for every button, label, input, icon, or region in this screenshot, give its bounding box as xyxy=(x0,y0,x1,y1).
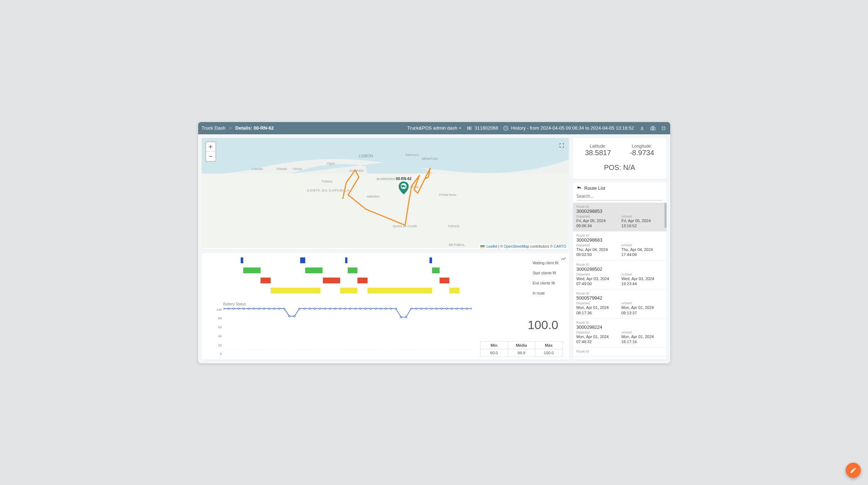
svg-text:BARREIRO: BARREIRO xyxy=(377,176,395,180)
battery-current-value: 100.0 xyxy=(528,318,558,332)
data-point xyxy=(263,308,264,309)
device-id: 311802068 xyxy=(475,125,498,131)
timeline-chart-panel: Waiting client fillStart cliente fillEnd… xyxy=(202,253,569,360)
gantt-bar xyxy=(243,268,261,273)
svg-text:Pinhal Novo: Pinhal Novo xyxy=(439,193,456,197)
route-search-input[interactable] xyxy=(577,192,663,201)
svg-text:Cascais: Cascais xyxy=(252,167,263,171)
arrived-value: Thu, Apr 04, 2024 17:44:08 xyxy=(622,247,663,257)
departed-label: Departed xyxy=(577,243,618,247)
download-icon[interactable] xyxy=(639,125,645,131)
osm-link[interactable]: OpenStreetMap xyxy=(504,244,529,248)
y-tick-label: 40 xyxy=(213,334,222,338)
data-point xyxy=(426,308,427,309)
svg-text:AMORA: AMORA xyxy=(366,194,380,198)
latitude-label: Latitude: xyxy=(585,144,611,149)
battery-chart: Battery Status 100806040200 xyxy=(223,304,472,356)
svg-rect-2 xyxy=(469,126,470,130)
data-point xyxy=(319,308,320,309)
route-id-label: Route ID xyxy=(577,205,663,208)
clock-icon xyxy=(503,125,509,131)
departed-label: Departed xyxy=(577,215,618,218)
route-item[interactable]: Route ID3000298502DepartedWed, Apr 03, 2… xyxy=(573,261,667,290)
legend-item: In route xyxy=(533,288,558,298)
data-point xyxy=(365,308,366,309)
route-item[interactable]: Route ID5000579942DepartedMon, Apr 01, 2… xyxy=(573,289,667,319)
svg-rect-0 xyxy=(467,126,468,130)
data-point xyxy=(334,308,335,309)
route-item[interactable]: Route ID3000298853DepartedFri, Apr 05, 2… xyxy=(573,203,667,232)
longitude-block: Longitude: -8.9734 xyxy=(630,144,654,157)
route-item[interactable]: Route ID3000298224DepartedMon, Apr 01, 2… xyxy=(573,319,667,348)
stat-avg-label: Média xyxy=(508,342,535,349)
data-point xyxy=(344,308,346,309)
departed-value: Thu, Apr 04, 2024 09:02:50 xyxy=(577,247,618,257)
chevron-down-icon xyxy=(459,127,462,130)
history-label: History - from 2024-04-05 09:06:34 to 20… xyxy=(511,125,634,131)
data-point xyxy=(354,308,356,309)
left-column: Cascais Parede Oeiras Algés LISBON Samou… xyxy=(202,138,569,360)
camera-icon[interactable] xyxy=(650,125,656,131)
map-attribution: Leaflet | © OpenStreetMap contributors ©… xyxy=(479,244,567,249)
legend-item: Start cliente fill xyxy=(533,268,558,278)
svg-point-35 xyxy=(580,188,580,189)
arrived-value: Mon, Apr 01, 2024 09:13:37 xyxy=(622,305,663,315)
route-item[interactable]: Route ID3000298683DepartedThu, Apr 04, 2… xyxy=(573,232,667,261)
truck-pin-icon xyxy=(399,181,409,194)
map-canvas[interactable]: Cascais Parede Oeiras Algés LISBON Samou… xyxy=(202,138,569,248)
data-point xyxy=(446,308,447,309)
data-point xyxy=(405,316,406,318)
stat-min-label: Min xyxy=(481,342,508,349)
map-expand-button[interactable] xyxy=(558,142,566,149)
data-point xyxy=(360,308,361,309)
chart-expand-button[interactable] xyxy=(561,256,566,263)
arrived-label: Arrived xyxy=(622,215,663,218)
svg-text:MONTIJO: MONTIJO xyxy=(422,157,438,161)
app-frame: Truck Dash > Details: 00-RN-62 Truck&POS… xyxy=(198,122,670,363)
route-id-value: 5000579942 xyxy=(577,295,663,301)
stat-min-value: 80.0 xyxy=(481,349,508,357)
barcode-icon xyxy=(467,125,472,131)
zoom-out-button[interactable]: − xyxy=(206,152,215,161)
data-point xyxy=(410,308,411,309)
svg-point-30 xyxy=(402,187,403,187)
svg-text:Palmela: Palmela xyxy=(448,224,459,228)
scrollbar-thumb[interactable] xyxy=(664,203,667,228)
y-tick-label: 60 xyxy=(213,325,222,329)
gantt-bar xyxy=(340,288,357,293)
gantt-bar xyxy=(323,278,340,283)
route-list[interactable]: Route ID3000298853DepartedFri, Apr 05, 2… xyxy=(573,203,667,360)
longitude-value: -8.9734 xyxy=(630,149,654,157)
data-point xyxy=(395,308,396,309)
arrived-value: Fri, Apr 05, 2024 13:16:52 xyxy=(622,218,663,229)
battery-chart-title: Battery Status xyxy=(223,302,246,306)
route-item[interactable]: Route ID xyxy=(573,347,667,356)
dashboard-switcher[interactable]: Truck&POS admin dash xyxy=(407,125,462,131)
line-chart-icon xyxy=(561,256,566,262)
coordinates-panel: Latitude: 38.5817 Longitude: -8.9734 POS… xyxy=(573,138,667,179)
truck-marker[interactable]: 00-RN-62 xyxy=(395,177,412,196)
breadcrumb-separator: > xyxy=(229,125,232,131)
arrived-value: Wed, Apr 03, 2024 19:23:44 xyxy=(622,276,663,287)
history-range[interactable]: History - from 2024-04-05 09:06:34 to 20… xyxy=(503,125,634,131)
route-id-label: Route ID xyxy=(577,234,663,237)
carto-link[interactable]: CARTO xyxy=(554,244,566,248)
breadcrumb-root[interactable]: Truck Dash xyxy=(202,125,226,131)
data-point xyxy=(243,308,244,309)
gantt-bar xyxy=(368,288,432,293)
leaflet-link[interactable]: Leaflet xyxy=(486,244,497,248)
zoom-in-button[interactable]: + xyxy=(206,142,215,152)
route-search-wrapper xyxy=(573,192,667,203)
svg-point-31 xyxy=(404,187,405,187)
data-point xyxy=(375,308,376,309)
expand-icon xyxy=(559,143,565,148)
svg-rect-1 xyxy=(468,126,469,130)
data-point xyxy=(258,308,259,309)
collapse-icon[interactable] xyxy=(661,125,667,131)
svg-text:LISBON: LISBON xyxy=(359,154,373,158)
data-point xyxy=(283,308,285,309)
battery-y-axis: 100806040200 xyxy=(213,308,222,356)
route-id-value: 3000298502 xyxy=(577,266,663,272)
device-id-block[interactable]: 311802068 xyxy=(467,125,498,131)
arrived-label: Arrived xyxy=(622,301,663,305)
